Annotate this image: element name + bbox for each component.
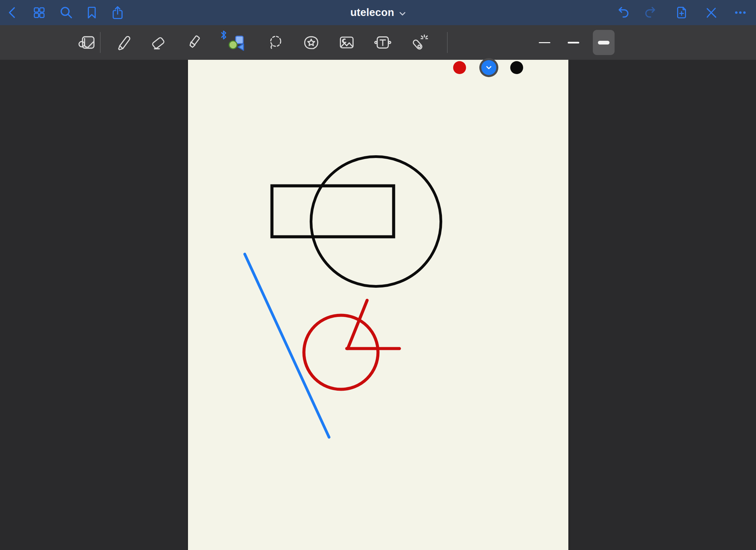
shapes-icon [226, 33, 245, 52]
search-icon [58, 5, 73, 20]
laser-pointer-icon [410, 33, 428, 52]
thickness-thin-button[interactable] [534, 30, 555, 55]
share-button[interactable] [108, 3, 127, 22]
thickness-thick-button[interactable] [593, 30, 615, 55]
thickness-medium-button[interactable] [563, 30, 584, 55]
pen-tool[interactable] [109, 28, 137, 57]
search-button[interactable] [56, 3, 75, 22]
top-navigation-bar: utelecon [0, 0, 756, 25]
eraser-tool[interactable] [144, 28, 173, 57]
color-swatch-blue[interactable] [479, 58, 498, 77]
sticker-star-icon [302, 33, 320, 52]
moon-icon [343, 39, 346, 43]
read-only-button[interactable] [702, 3, 721, 22]
color-swatch-red[interactable] [453, 61, 466, 74]
redo-icon [644, 5, 659, 20]
lasso-tool[interactable] [261, 28, 290, 57]
chevron-left-icon [5, 5, 20, 20]
chevron-down-icon [486, 66, 492, 70]
add-page-icon [674, 5, 689, 20]
bookmark-icon [84, 5, 99, 20]
pages-overview-button[interactable] [30, 3, 49, 22]
more-options-button[interactable] [731, 3, 750, 22]
text-tool[interactable] [368, 28, 397, 57]
chevron-down-icon[interactable] [399, 12, 406, 16]
back-button[interactable] [3, 3, 22, 22]
image-tool[interactable] [332, 28, 361, 57]
toolbar-divider [447, 32, 448, 53]
laser-pointer-tool[interactable] [405, 28, 433, 57]
notebook-page[interactable] [188, 60, 568, 550]
share-icon [110, 5, 125, 20]
eraser-icon [149, 33, 168, 52]
highlighter-icon [185, 33, 203, 52]
zoom-window-icon [78, 33, 96, 52]
thick-stroke-icon [598, 41, 609, 45]
pencil-x-icon [704, 5, 719, 20]
thin-stroke-icon [539, 42, 550, 43]
ellipsis-icon [733, 5, 748, 20]
add-page-button[interactable] [672, 3, 691, 22]
toolbar-divider [100, 32, 101, 53]
undo-button[interactable] [613, 3, 632, 22]
bluetooth-icon [220, 30, 228, 40]
pen-icon [114, 33, 132, 52]
image-icon [338, 33, 356, 52]
shapes-tool[interactable] [221, 28, 250, 57]
zoom-window-tool[interactable] [72, 28, 101, 57]
text-icon [374, 33, 392, 52]
bookmark-button[interactable] [82, 3, 101, 22]
grid-icon [32, 5, 47, 20]
document-title[interactable]: utelecon [350, 6, 394, 19]
elements-tool[interactable] [297, 28, 325, 57]
color-swatch-black[interactable] [510, 61, 523, 74]
lasso-icon [266, 33, 285, 52]
tool-bar [0, 25, 756, 60]
highlighter-tool[interactable] [179, 28, 208, 57]
medium-stroke-icon [568, 42, 579, 43]
undo-icon [615, 5, 630, 20]
redo-button[interactable] [642, 3, 661, 22]
